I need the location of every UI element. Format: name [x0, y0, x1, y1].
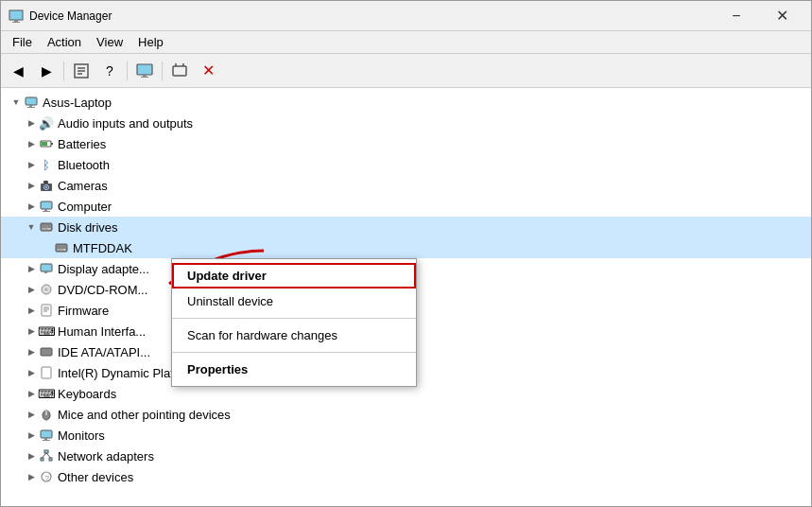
- tree-item-cameras[interactable]: ▶ Cameras: [1, 175, 811, 196]
- expand-display[interactable]: ▶: [24, 261, 39, 276]
- svg-rect-7: [137, 64, 152, 75]
- expand-firmware[interactable]: ▶: [24, 303, 39, 318]
- tree-root[interactable]: ▼ Asus-Laptop: [1, 92, 811, 113]
- hid-icon: ⌨: [39, 323, 54, 339]
- device-manager-window: Device Manager − ✕ File Action View Help…: [0, 0, 812, 507]
- svg-rect-36: [42, 305, 51, 316]
- svg-rect-13: [26, 97, 37, 105]
- menu-action[interactable]: Action: [40, 33, 89, 51]
- svg-rect-15: [27, 107, 35, 108]
- toolbar-sep-3: [162, 61, 163, 80]
- intel-icon: [39, 365, 54, 380]
- svg-point-35: [45, 288, 48, 291]
- svg-rect-45: [44, 438, 47, 440]
- svg-rect-32: [41, 264, 52, 271]
- menu-help[interactable]: Help: [130, 33, 171, 51]
- menu-view[interactable]: View: [89, 33, 130, 51]
- dvd-label: DVD/CD-ROM...: [58, 283, 147, 297]
- svg-rect-49: [49, 458, 52, 461]
- toolbar-display[interactable]: [131, 58, 158, 84]
- mtfddak-label: MTFDDAK: [73, 241, 132, 255]
- keyboards-label: Keyboards: [58, 387, 116, 401]
- svg-rect-0: [9, 10, 23, 20]
- audio-label: Audio inputs and outputs: [58, 116, 193, 131]
- tree-item-computer[interactable]: ▶ Computer: [1, 196, 811, 217]
- expand-root[interactable]: ▼: [9, 95, 24, 110]
- svg-rect-10: [173, 66, 186, 76]
- svg-point-28: [48, 228, 50, 230]
- tree-item-bluetooth[interactable]: ▶ ᛒ Bluetooth: [1, 154, 811, 175]
- bluetooth-label: Bluetooth: [58, 158, 110, 172]
- svg-rect-18: [42, 142, 47, 146]
- firmware-icon: [39, 303, 54, 318]
- svg-rect-44: [41, 430, 52, 438]
- dvd-icon: [39, 282, 54, 297]
- window-title: Device Manager: [29, 9, 715, 23]
- app-icon: [9, 9, 24, 24]
- firmware-label: Firmware: [58, 304, 109, 318]
- expand-audio[interactable]: ▶: [24, 115, 39, 131]
- computer-icon: [39, 199, 54, 214]
- menu-file[interactable]: File: [5, 33, 40, 51]
- tree-item-mtfddak[interactable]: ▶ MTFDDAK: [1, 237, 811, 258]
- svg-rect-24: [44, 209, 47, 211]
- keyboards-icon: ⌨: [39, 386, 54, 401]
- ctx-sep-1: [172, 318, 416, 319]
- tree-item-batteries[interactable]: ▶ Batteries: [1, 133, 811, 154]
- diskdrives-label: Disk drives: [58, 220, 118, 235]
- svg-rect-17: [51, 143, 53, 145]
- mtfddak-icon: [54, 240, 69, 255]
- cameras-label: Cameras: [58, 179, 108, 193]
- expand-diskdrives[interactable]: ▼: [24, 219, 39, 235]
- expand-bluetooth[interactable]: ▶: [24, 157, 39, 172]
- expand-mice[interactable]: ▶: [24, 407, 39, 422]
- toolbar-delete[interactable]: ✕: [195, 58, 221, 84]
- ctx-properties[interactable]: Properties: [172, 357, 416, 382]
- svg-rect-46: [43, 440, 50, 441]
- toolbar-forward[interactable]: ▶: [33, 58, 60, 84]
- tree-item-audio[interactable]: ▶ 🔊 Audio inputs and outputs: [1, 113, 811, 133]
- audio-icon: 🔊: [39, 115, 54, 131]
- tree-item-network[interactable]: ▶ Network adapters: [1, 446, 811, 466]
- expand-other[interactable]: ▶: [24, 469, 39, 484]
- ctx-uninstall-device[interactable]: Uninstall device: [172, 288, 416, 314]
- svg-rect-23: [41, 201, 52, 209]
- toolbar-help[interactable]: ?: [96, 58, 123, 84]
- other-label: Other devices: [58, 470, 133, 484]
- expand-batteries[interactable]: ▶: [24, 136, 39, 151]
- toolbar-back[interactable]: ◀: [5, 58, 31, 84]
- toolbar-properties[interactable]: [68, 58, 95, 84]
- svg-text:?: ?: [45, 474, 50, 482]
- svg-point-21: [45, 186, 47, 188]
- toolbar-scan[interactable]: [166, 58, 193, 84]
- expand-cameras[interactable]: ▶: [24, 178, 39, 193]
- tree-item-mice[interactable]: ▶ Mice and other pointing devices: [1, 404, 811, 425]
- expand-monitors[interactable]: ▶: [24, 428, 39, 443]
- expand-computer[interactable]: ▶: [24, 199, 39, 214]
- close-button[interactable]: ✕: [760, 1, 803, 31]
- tree-item-diskdrives[interactable]: ▼ Disk drives: [1, 217, 811, 237]
- tree-item-other[interactable]: ▶ ? Other devices: [1, 466, 811, 487]
- mice-icon: [39, 407, 54, 422]
- batteries-icon: [39, 136, 54, 151]
- ide-icon: [39, 344, 54, 359]
- expand-ide[interactable]: ▶: [24, 344, 39, 359]
- menu-bar: File Action View Help: [1, 31, 811, 54]
- expand-dvd[interactable]: ▶: [24, 282, 39, 297]
- minimize-button[interactable]: −: [715, 1, 758, 31]
- svg-rect-47: [44, 450, 48, 453]
- expand-network[interactable]: ▶: [24, 448, 39, 463]
- svg-rect-2: [12, 22, 20, 23]
- display-icon: [39, 261, 54, 276]
- svg-rect-14: [29, 105, 32, 107]
- svg-rect-48: [41, 458, 43, 461]
- computer-label: Computer: [58, 200, 112, 214]
- svg-rect-22: [43, 181, 48, 184]
- ctx-update-driver[interactable]: Update driver: [172, 263, 416, 288]
- main-content: ▼ Asus-Laptop ▶ 🔊 Audio inputs and outpu…: [1, 88, 811, 506]
- monitors-icon: [39, 428, 54, 443]
- tree-item-monitors[interactable]: ▶ Monitors: [1, 425, 811, 446]
- svg-rect-8: [143, 75, 147, 77]
- expand-intel[interactable]: ▶: [24, 365, 39, 380]
- ctx-scan-hardware[interactable]: Scan for hardware changes: [172, 323, 416, 348]
